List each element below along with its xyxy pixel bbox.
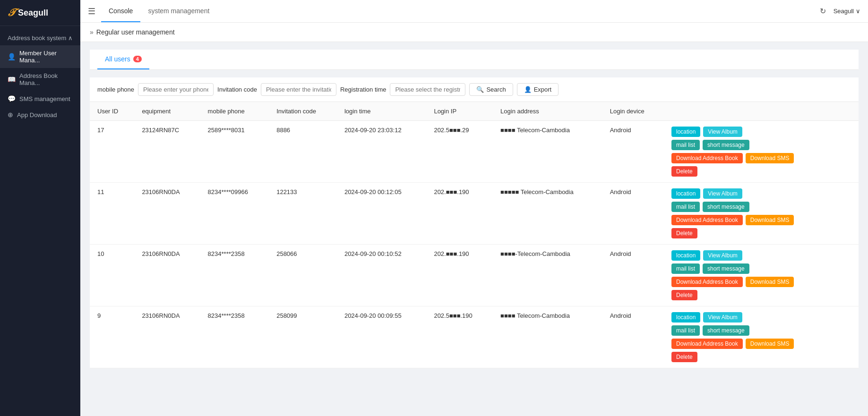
- cell-login-ip: 202.■■■.190: [426, 245, 493, 306]
- tab-system-management[interactable]: system management: [140, 0, 217, 22]
- action-row-4: Delete: [671, 166, 851, 177]
- location-button-0[interactable]: location: [671, 127, 700, 137]
- tab-console[interactable]: Console: [101, 0, 140, 22]
- sidebar-item-app-download[interactable]: ⊕ App Download: [0, 107, 80, 123]
- col-login-address: Login address: [493, 102, 602, 121]
- table-wrapper: User ID equipment mobile phone Invitatio…: [90, 102, 859, 368]
- mail-list-button-0[interactable]: mail list: [671, 140, 700, 150]
- location-button-2[interactable]: location: [671, 250, 700, 261]
- mail-list-button-2[interactable]: mail list: [671, 263, 700, 274]
- sidebar-item-member-user[interactable]: 👤 Member User Mana...: [0, 45, 80, 68]
- cell-user-id: 10: [90, 245, 134, 306]
- cell-user-id: 17: [90, 121, 134, 183]
- short-message-button-0[interactable]: short message: [703, 140, 749, 150]
- cell-mobile-phone: 8234****2358: [200, 306, 269, 368]
- download-sms-button-1[interactable]: Download SMS: [746, 215, 794, 225]
- cell-login-ip: 202.■■■.190: [426, 183, 493, 245]
- logo-text: Seagull: [18, 8, 48, 18]
- download-address-button-1[interactable]: Download Address Book: [671, 215, 743, 225]
- refresh-icon[interactable]: ↻: [820, 7, 826, 16]
- short-message-button-2[interactable]: short message: [703, 263, 749, 274]
- registration-time-label: Registration time: [340, 86, 387, 93]
- sidebar-item-address-book[interactable]: 📖 Address Book Mana...: [0, 68, 80, 91]
- short-message-button-3[interactable]: short message: [703, 325, 749, 336]
- delete-button-0[interactable]: Delete: [671, 166, 697, 177]
- cell-user-id: 11: [90, 183, 134, 245]
- cell-mobile-phone: 8234****2358: [200, 245, 269, 306]
- action-row-1: location View Album: [671, 188, 851, 199]
- download-icon: ⊕: [8, 111, 13, 119]
- registration-time-input[interactable]: [390, 83, 465, 96]
- download-sms-button-3[interactable]: Download SMS: [746, 339, 794, 349]
- action-row-2: mail list short message: [671, 140, 851, 150]
- col-user-id: User ID: [90, 102, 134, 121]
- download-sms-button-0[interactable]: Download SMS: [746, 153, 794, 163]
- view-album-button-3[interactable]: View Album: [703, 312, 742, 323]
- mail-list-button-3[interactable]: mail list: [671, 325, 700, 336]
- download-address-button-0[interactable]: Download Address Book: [671, 153, 743, 163]
- cell-login-device: Android: [602, 306, 664, 368]
- logo-icon: 𝒯: [8, 7, 14, 19]
- export-button[interactable]: 👤 Export: [517, 83, 559, 96]
- short-message-button-1[interactable]: short message: [703, 202, 749, 212]
- sidebar-item-member-user-label: Member User Mana...: [19, 50, 73, 64]
- sms-icon: 💬: [8, 95, 16, 102]
- delete-button-3[interactable]: Delete: [671, 352, 697, 362]
- download-address-button-3[interactable]: Download Address Book: [671, 339, 743, 349]
- invitation-code-input[interactable]: [261, 83, 336, 96]
- view-album-button-2[interactable]: View Album: [703, 250, 742, 261]
- cell-login-time: 2024-09-20 00:12:05: [337, 183, 427, 245]
- cell-actions: location View Album mail list short mess…: [664, 121, 859, 183]
- sidebar-section-header[interactable]: Address book system ∧: [0, 31, 80, 45]
- cell-login-device: Android: [602, 121, 664, 183]
- tab-all-users-label: All users: [105, 55, 130, 63]
- action-row-4: Delete: [671, 228, 851, 238]
- delete-button-1[interactable]: Delete: [671, 228, 697, 238]
- search-button[interactable]: 🔍 Search: [469, 83, 513, 96]
- sidebar-logo: 𝒯 Seagull: [0, 0, 80, 26]
- topnav: ☰ Console system management ↻ Seagull ∨: [80, 0, 868, 23]
- action-row-1: location View Album: [671, 250, 851, 261]
- view-album-button-1[interactable]: View Album: [703, 188, 742, 199]
- action-row-1: location View Album: [671, 312, 851, 323]
- cell-invitation-code: 122133: [269, 183, 337, 245]
- action-row-2: mail list short message: [671, 263, 851, 274]
- download-sms-button-2[interactable]: Download SMS: [746, 277, 794, 287]
- cell-login-device: Android: [602, 245, 664, 306]
- cell-mobile-phone: 2589****8031: [200, 121, 269, 183]
- table-row: 17 23124RN87C 2589****8031 8886 2024-09-…: [90, 121, 859, 183]
- topnav-username: Seagull: [834, 8, 854, 15]
- chevron-down-icon: ∨: [856, 8, 860, 15]
- breadcrumb-current: Regular user management: [96, 28, 175, 36]
- cell-actions: location View Album mail list short mess…: [664, 183, 859, 245]
- tab-console-label: Console: [109, 7, 133, 15]
- tab-all-users[interactable]: All users 4: [97, 50, 149, 69]
- cell-login-address: ■■■■ Telecom-Cambodia: [493, 306, 602, 368]
- topnav-user[interactable]: Seagull ∨: [834, 8, 860, 15]
- action-cell: location View Album mail list short mess…: [671, 127, 851, 177]
- export-icon: 👤: [524, 86, 532, 93]
- hamburger-icon[interactable]: ☰: [88, 6, 95, 17]
- action-cell: location View Album mail list short mess…: [671, 312, 851, 362]
- action-row-1: location View Album: [671, 127, 851, 137]
- user-icon: 👤: [8, 53, 16, 60]
- cell-user-id: 9: [90, 306, 134, 368]
- col-actions: [664, 102, 859, 121]
- delete-button-2[interactable]: Delete: [671, 290, 697, 300]
- sidebar-item-sms[interactable]: 💬 SMS management: [0, 91, 80, 107]
- col-equipment: equipment: [134, 102, 200, 121]
- cell-login-time: 2024-09-20 00:09:55: [337, 306, 427, 368]
- mobile-phone-input[interactable]: [138, 83, 214, 96]
- main-wrapper: ☰ Console system management ↻ Seagull ∨ …: [80, 0, 868, 416]
- location-button-1[interactable]: location: [671, 188, 700, 199]
- cell-login-time: 2024-09-20 23:03:12: [337, 121, 427, 183]
- action-row-4: Delete: [671, 352, 851, 362]
- cell-login-address: ■■■■ Telecom-Cambodia: [493, 121, 602, 183]
- cell-equipment: 23106RN0DA: [134, 306, 200, 368]
- location-button-3[interactable]: location: [671, 312, 700, 323]
- mail-list-button-1[interactable]: mail list: [671, 202, 700, 212]
- view-album-button-0[interactable]: View Album: [703, 127, 742, 137]
- download-address-button-2[interactable]: Download Address Book: [671, 277, 743, 287]
- col-login-time: login time: [337, 102, 427, 121]
- cell-equipment: 23124RN87C: [134, 121, 200, 183]
